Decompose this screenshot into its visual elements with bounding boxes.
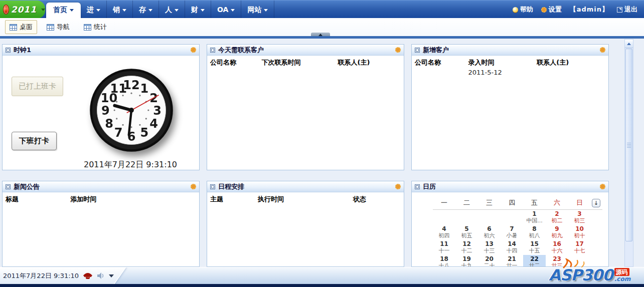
calendar-day-cell[interactable]: 16十六 (546, 240, 568, 255)
svg-text:1: 1 (140, 82, 148, 96)
tab-hr[interactable]: 人 (159, 1, 185, 19)
calendar-lunar-label: 十八 (433, 262, 455, 267)
tab-label: 首页 (53, 6, 67, 14)
calendar-day-cell[interactable]: 22廿二 (523, 255, 546, 267)
widget-settings-gear-icon[interactable] (191, 184, 196, 189)
settings-link[interactable]: 设置 (539, 5, 564, 14)
restore-window-icon[interactable] (415, 48, 420, 53)
calendar-day-cell[interactable]: 10初十 (568, 225, 591, 240)
calendar-day-cell[interactable]: 2初二 (546, 210, 568, 225)
settings-label: 设置 (549, 5, 562, 14)
calendar-day-cell[interactable]: 20二十 (478, 255, 501, 267)
calendar-lunar-label: 十一 (433, 247, 455, 254)
widget-header: 时钟1 (3, 45, 199, 56)
calendar-day-cell[interactable]: 9初九 (546, 225, 568, 240)
widget-settings-gear-icon[interactable] (395, 184, 401, 189)
calendar-day-cell[interactable]: 11十一 (433, 240, 455, 255)
tab-home[interactable]: 首页 (46, 3, 81, 19)
help-link[interactable]: 帮助 (510, 5, 536, 14)
tab-label: 网站 (247, 6, 261, 14)
phone-icon[interactable] (83, 272, 93, 279)
calendar-day-number: 1 (523, 210, 546, 217)
calendar-lunar-label: 小暑 (501, 232, 523, 239)
watermark-brand-a: ASP (549, 267, 582, 282)
weekday-fri: 五 (523, 198, 546, 207)
calendar-day-cell[interactable]: 21廿一 (501, 255, 523, 267)
chevron-down-icon (96, 9, 100, 12)
scrollbar-grip (627, 143, 631, 148)
calendar-day-cell[interactable]: 4初四 (433, 225, 455, 240)
calendar-lunar-label: 初四 (433, 232, 455, 239)
toolbar-item-label: 桌面 (20, 23, 33, 32)
restore-window-icon[interactable] (210, 184, 215, 189)
calendar-day-cell[interactable]: 19十九 (455, 255, 478, 267)
calendar-lunar-label: 初十 (568, 232, 591, 239)
status-datetime-label: 2011年7月22日 9:31:10 (3, 271, 79, 280)
exit-icon (617, 7, 622, 13)
table-row[interactable]: 2011-5-12 (412, 69, 608, 78)
cell-contact-person (537, 69, 605, 76)
widget-settings-gear-icon[interactable] (600, 184, 605, 189)
status-dropdown-caret[interactable] (109, 274, 114, 277)
table-header-row: 公司名称 录入时间 联系人(主) (412, 56, 608, 69)
gear-icon (541, 7, 547, 13)
calendar-lunar-label: 十九 (455, 262, 478, 267)
scrollbar-thumb[interactable] (625, 49, 632, 241)
calendar-day-cell[interactable]: 8初八 (523, 225, 546, 240)
calendar-day-cell[interactable]: 5初五 (455, 225, 478, 240)
watermark-logo: ASP 300 源码 .com (549, 267, 630, 282)
chevron-down-icon (231, 9, 235, 12)
widget-settings-gear-icon[interactable] (600, 47, 605, 53)
separator-bar (0, 36, 644, 39)
restore-window-icon[interactable] (210, 48, 215, 53)
logo-chevron-down-icon (41, 9, 45, 11)
tab-sales[interactable]: 销 (107, 1, 133, 19)
calendar-day-cell[interactable]: 12十二 (455, 240, 478, 255)
toolbar-item-label: 导航 (57, 23, 70, 32)
restore-window-icon[interactable] (6, 184, 11, 189)
calendar-day-cell[interactable]: 18十八 (433, 255, 455, 267)
widget-header: 新增客户 (412, 45, 608, 56)
column-title: 标题 (6, 195, 70, 204)
widget-title: 新闻公告 (14, 182, 191, 191)
toolbar-item-desktop[interactable]: 桌面 (5, 20, 37, 34)
calendar-day-cell[interactable]: 7小暑 (501, 225, 523, 240)
calendar-day-cell[interactable]: 1中国... (523, 210, 546, 225)
calendar-lunar-label: 初六 (478, 232, 501, 239)
calendar-lunar-label: 十六 (546, 247, 568, 254)
vertical-scrollbar[interactable] (624, 39, 633, 267)
logout-link[interactable]: 退出 (614, 5, 640, 14)
weekday-tue: 二 (455, 198, 478, 207)
app-logo[interactable]: 2011 (0, 1, 45, 19)
calendar-weekday-row: 一 二 三 四 五 六 日 ↓ (433, 198, 602, 210)
tab-website[interactable]: 网站 (241, 1, 274, 19)
tab-finance[interactable]: 财 (185, 1, 211, 19)
toolbar-item-navigation[interactable]: 导航 (42, 20, 74, 34)
tab-oa[interactable]: OA (211, 1, 241, 19)
widget-settings-gear-icon[interactable] (395, 47, 401, 53)
speaker-icon[interactable] (97, 272, 105, 279)
calendar-day-cell[interactable]: 13十三 (478, 240, 501, 255)
scrollbar-up-button[interactable] (625, 40, 633, 48)
calendar-scroll-down-button[interactable]: ↓ (592, 199, 600, 207)
checkout-button[interactable]: 下班打卡 (12, 132, 57, 150)
calendar-day-cell[interactable]: 3初三 (568, 210, 591, 225)
calendar-day-cell[interactable]: 15十五 (523, 240, 546, 255)
calendar-day-cell[interactable]: 17十七 (568, 240, 591, 255)
widget-settings-gear-icon[interactable] (191, 47, 196, 53)
tab-inventory[interactable]: 存 (133, 1, 159, 19)
column-status: 状态 (353, 195, 401, 204)
calendar-lunar-label: 廿一 (501, 262, 523, 267)
toolbar-item-statistics[interactable]: 统计 (79, 20, 111, 34)
tab-label: 销 (113, 6, 120, 14)
restore-window-icon[interactable] (415, 184, 420, 189)
calendar-day-cell (455, 210, 478, 225)
grid-icon (47, 24, 54, 31)
help-bulb-icon (513, 7, 518, 13)
tab-purchase[interactable]: 进 (81, 1, 107, 19)
restore-window-icon[interactable] (6, 48, 11, 53)
calendar-lunar-label: 中国... (523, 217, 546, 224)
calendar-day-cell[interactable]: 6初六 (478, 225, 501, 240)
calendar-day-cell[interactable]: 14十四 (501, 240, 523, 255)
column-contact-person: 联系人(主) (338, 58, 401, 67)
